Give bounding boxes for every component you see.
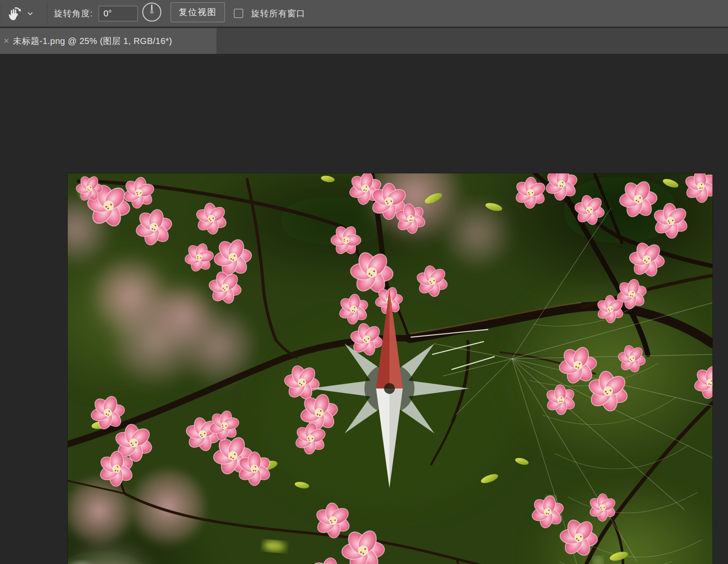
- document-tab[interactable]: × 未标题-1.png @ 25% (图层 1, RGB/16*): [0, 28, 217, 54]
- rotate-all-windows-checkbox[interactable]: [234, 9, 243, 18]
- angle-dial[interactable]: [141, 2, 162, 22]
- compass-hub-hole: [384, 383, 395, 394]
- options-divider: [47, 2, 47, 25]
- photoshop-window: 旋转角度: 复位视图 旋转所有窗口 × 未标题-1.png @ 25% (图层 …: [0, 0, 728, 564]
- rotation-angle-label: 旋转角度:: [54, 0, 93, 27]
- rotate-all-windows-label: 旋转所有窗口: [251, 0, 305, 27]
- options-bar-left-divider: [1, 3, 1, 23]
- rotation-angle-input[interactable]: [98, 6, 138, 22]
- options-bar: 旋转角度: 复位视图 旋转所有窗口: [0, 0, 728, 27]
- photo-blossoms: [68, 173, 712, 564]
- rotate-view-tool-button[interactable]: [6, 2, 43, 25]
- close-icon[interactable]: ×: [0, 28, 13, 54]
- rotate-view-hand-icon: [6, 5, 23, 22]
- canvas-image[interactable]: [68, 173, 712, 564]
- document-tab-bar: × 未标题-1.png @ 25% (图层 1, RGB/16*): [0, 28, 728, 54]
- pasteboard: [0, 54, 728, 564]
- reset-view-button[interactable]: 复位视图: [170, 2, 225, 22]
- dial-center-dot: [150, 10, 154, 14]
- document-tab-title: 未标题-1.png @ 25% (图层 1, RGB/16*): [13, 35, 172, 47]
- chevron-down-icon: [27, 12, 33, 16]
